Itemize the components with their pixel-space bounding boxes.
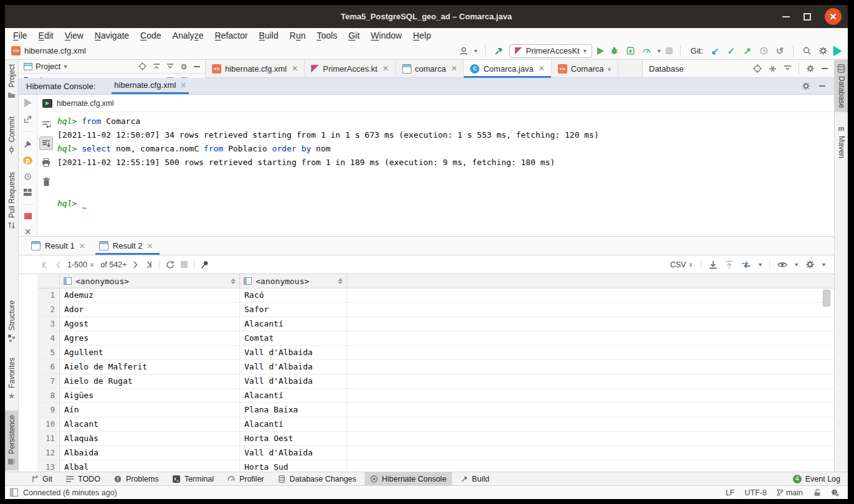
tab-close-icon[interactable]: ✕ (146, 242, 153, 250)
console-hide-icon[interactable] (819, 85, 825, 87)
debug-bug-icon[interactable] (609, 45, 620, 57)
git-branch-widget[interactable]: main (777, 488, 803, 497)
table-row[interactable]: 6Aielo de MalferitVall d'Albaida (37, 360, 834, 374)
cell-comarca[interactable]: Racó (240, 288, 347, 302)
sidebar-item-commit[interactable]: Commit (5, 112, 18, 158)
import-upload-icon[interactable] (725, 260, 734, 269)
table-row[interactable]: 2AdorSafor (37, 303, 834, 317)
toolwindow-profiler[interactable]: Profiler (222, 472, 270, 485)
sort-icon[interactable] (338, 278, 343, 284)
cell-comarca[interactable]: Comtat (240, 331, 347, 345)
menu-file[interactable]: File (7, 31, 33, 40)
git-commit-check-icon[interactable]: ✓ (726, 45, 737, 57)
eye-dropdown-chevron[interactable]: ▾ (795, 261, 798, 268)
previous-page-icon[interactable] (55, 261, 61, 269)
toolwindow-toggle-icon[interactable] (10, 488, 18, 497)
tab-comarca-xml[interactable]: <> Comarca ∨ (552, 60, 618, 77)
expand-all-icon[interactable] (166, 63, 174, 70)
search-everywhere-icon[interactable] (801, 45, 812, 57)
tab-primeracces-kt[interactable]: PrimerAcces.kt ✕ (305, 60, 395, 77)
cell-nom[interactable]: Agres (60, 331, 240, 345)
compare-data-icon[interactable] (741, 260, 751, 269)
cell-comarca[interactable]: Vall d'Albaida (240, 374, 347, 388)
close-console-icon[interactable]: ✕ (24, 227, 32, 236)
tab-close-icon[interactable]: ✕ (539, 64, 545, 73)
run-button[interactable] (597, 47, 604, 55)
table-row[interactable]: 8AigüesAlacantí (37, 389, 834, 403)
gear-dropdown-chevron[interactable]: ▾ (822, 261, 825, 268)
toolwindow-problems[interactable]: Problems (108, 472, 165, 485)
project-panel-header[interactable]: Project ▾ (19, 60, 205, 74)
collapse-all-icon[interactable] (153, 63, 160, 70)
scroll-to-end-icon[interactable] (39, 136, 53, 150)
table-row[interactable]: 13AlbalHorta Sud (37, 460, 834, 472)
maximize-button[interactable] (804, 13, 811, 21)
cell-nom[interactable]: Agost (60, 317, 240, 331)
table-body[interactable]: 1AdemuzRacó2AdorSafor3AgostAlacantí4Agre… (37, 288, 834, 472)
sidebar-item-persistence[interactable]: Persistence (5, 411, 18, 470)
menu-refactor[interactable]: Refactor (209, 31, 253, 40)
page-range-select[interactable]: 1-500 ∨ (67, 260, 94, 269)
show-hidden-tabs-chevron[interactable]: ∨ (607, 65, 612, 72)
last-page-icon[interactable] (145, 261, 153, 269)
export-download-icon[interactable] (709, 260, 717, 269)
toolwindow-build[interactable]: Build (454, 472, 495, 485)
wrench-settings-icon[interactable] (23, 140, 32, 148)
sidebar-item-pull-requests[interactable]: Pull Requests (5, 168, 18, 234)
cell-comarca[interactable]: Safor (240, 303, 347, 316)
breadcrumb[interactable]: <> hibernate.cfg.xml (11, 46, 86, 55)
cell-comarca[interactable]: Plana Baixa (240, 403, 347, 417)
tab-close-icon[interactable]: ✕ (451, 64, 457, 73)
menu-run[interactable]: Run (284, 31, 312, 40)
close-button[interactable]: ✕ (825, 8, 842, 25)
soft-wrap-icon[interactable] (39, 117, 53, 131)
build-hammer-icon[interactable] (493, 45, 504, 57)
next-page-icon[interactable] (133, 261, 138, 269)
cell-comarca[interactable]: Alacantí (240, 317, 347, 331)
menu-tools[interactable]: Tools (311, 31, 343, 40)
clear-trash-icon[interactable] (39, 175, 53, 189)
toolwindow-git[interactable]: Git (25, 472, 58, 485)
cell-nom[interactable]: Albal (60, 460, 240, 472)
status-settings-gear-icon[interactable]: ? (831, 488, 839, 497)
pin-tab-icon[interactable] (201, 260, 209, 269)
column-header-1[interactable]: <anonymous> (60, 274, 240, 288)
database-settings-gear-icon[interactable] (806, 64, 815, 73)
cell-comarca[interactable]: Vall d'Albaida (240, 346, 347, 359)
menu-git[interactable]: Git (343, 31, 365, 40)
stop-query-icon[interactable] (181, 261, 188, 268)
table-row[interactable]: 11AlaquàsHorta Oest (37, 432, 834, 446)
settings-gear-icon[interactable] (817, 45, 828, 57)
git-push-icon[interactable]: ↗ (742, 45, 753, 57)
tab-close-icon[interactable]: ✕ (180, 81, 186, 90)
toolwindow-database-changes[interactable]: Database Changes (272, 472, 362, 485)
table-row[interactable]: 4AgresComtat (37, 331, 834, 346)
cell-comarca[interactable]: Horta Sud (240, 460, 347, 472)
console-output[interactable]: hql> from Comarca[2021-11-02 12:50:07] 3… (55, 112, 834, 236)
open-in-editor-icon[interactable] (23, 115, 32, 123)
cell-nom[interactable]: Aielo de Rugat (60, 374, 240, 388)
vertical-scrollbar[interactable] (823, 290, 830, 307)
user-profile-icon[interactable] (458, 45, 469, 57)
column-header-2[interactable]: <anonymous> (240, 274, 347, 288)
table-row[interactable]: 3AgostAlacantí (37, 317, 834, 331)
reload-page-icon[interactable] (166, 260, 175, 269)
sidebar-item-project[interactable]: Project (5, 60, 18, 103)
toolwindow-hibernate-console[interactable]: Hibernate Console (365, 472, 453, 485)
git-update-icon[interactable]: ↙ (709, 45, 721, 57)
compare-dropdown-chevron[interactable]: ▾ (759, 261, 762, 268)
run-with-coverage-icon[interactable] (625, 45, 636, 57)
tab-close-icon[interactable]: ✕ (79, 242, 85, 250)
line-ending-indicator[interactable]: LF (726, 488, 735, 497)
stop-connection-icon[interactable] (24, 213, 32, 219)
menu-view[interactable]: View (59, 31, 89, 40)
project-dropdown-chevron[interactable]: ▾ (64, 63, 67, 70)
cell-nom[interactable]: Aigües (60, 389, 240, 402)
cell-nom[interactable]: Aielo de Malferit (60, 360, 240, 374)
locate-icon[interactable] (138, 62, 146, 70)
event-log-button[interactable]: 4 Event Log (793, 475, 840, 483)
layout-icon[interactable] (23, 189, 32, 196)
table-row[interactable]: 1AdemuzRacó (37, 288, 834, 303)
menu-edit[interactable]: Edit (33, 31, 59, 40)
cell-comarca[interactable]: Alacantí (240, 417, 347, 431)
